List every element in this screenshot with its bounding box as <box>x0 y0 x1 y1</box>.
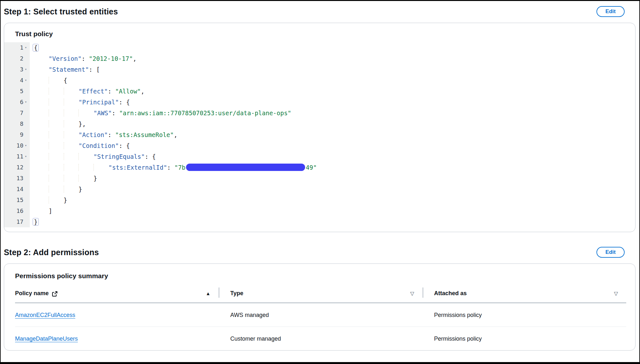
indent-guide <box>78 109 93 117</box>
code-line: 15 } <box>4 195 635 206</box>
code-line-text: "Condition": { <box>30 140 130 151</box>
indent-guide <box>64 120 79 127</box>
json-string: "7b <box>174 164 185 171</box>
step1-title: Step 1: Select trusted entities <box>4 7 118 16</box>
column-label-attached-as: Attached as <box>434 290 467 297</box>
line-number: 11 <box>16 151 23 162</box>
line-gutter: 16 <box>4 206 30 216</box>
trust-policy-editor[interactable]: 1▾{2 "Version": "2012-10-17",3▾ "Stateme… <box>4 42 635 232</box>
json-punctuation: , <box>174 131 177 138</box>
json-key: "Principal" <box>78 99 119 106</box>
indent-guide <box>64 153 79 160</box>
indent-guide <box>93 164 109 171</box>
indent-guide <box>49 131 64 138</box>
fold-arrow-icon[interactable]: ▾ <box>23 151 28 162</box>
policy-type-cell: AWS managed <box>219 303 422 327</box>
step1-edit-button[interactable]: Edit <box>596 6 625 17</box>
fold-arrow-icon[interactable]: ▾ <box>23 64 28 75</box>
column-label-policy-name: Policy name <box>15 290 49 297</box>
indent-space <box>34 142 49 149</box>
line-gutter: 1▾ <box>4 42 30 53</box>
line-number: 6 <box>20 97 23 108</box>
fold-arrow-icon[interactable]: ▾ <box>23 42 28 53</box>
sort-ascending-icon: ▲ <box>206 291 210 296</box>
fold-arrow-icon[interactable]: ▾ <box>23 97 28 108</box>
code-line-text: "Statement": [ <box>30 64 100 75</box>
attached-as-cell: Permissions policy <box>423 327 626 351</box>
line-gutter: 15 <box>4 195 30 206</box>
indent-guide <box>49 88 64 95</box>
indent-space <box>34 55 49 62</box>
external-link-icon <box>52 291 58 297</box>
indent-guide <box>64 164 79 171</box>
json-punctuation: : { <box>145 153 156 160</box>
step1-header-row: Step 1: Select trusted entities Edit <box>4 6 636 17</box>
permissions-summary-card: Permissions policy summary Policy name▲T… <box>4 263 636 351</box>
indent-guide <box>78 164 93 171</box>
indent-guide <box>49 164 64 171</box>
json-punctuation: } <box>93 175 97 182</box>
line-number: 15 <box>16 195 23 206</box>
indent-space <box>34 186 49 193</box>
line-number: 12 <box>16 162 23 173</box>
indent-space <box>34 164 49 171</box>
permissions-policy-table: Policy name▲Type▽Attached as▽ AmazonEC2F… <box>15 286 626 350</box>
code-line: 4▾ { <box>4 75 635 86</box>
indent-guide <box>64 142 79 149</box>
json-key: "StringEquals" <box>93 153 145 160</box>
indent-guide <box>49 197 64 204</box>
step2-edit-button[interactable]: Edit <box>596 247 625 258</box>
step2-title: Step 2: Add permissions <box>4 248 99 257</box>
json-punctuation: : <box>167 164 174 171</box>
line-number: 3 <box>20 64 23 75</box>
policy-name-link[interactable]: ManageDataPlaneUsers <box>15 336 78 342</box>
redaction-bar <box>186 164 305 171</box>
indent-guide <box>49 153 64 160</box>
json-punctuation: { <box>33 44 39 52</box>
code-line: 8 }, <box>4 118 635 129</box>
indent-space <box>34 120 49 127</box>
line-number: 5 <box>20 86 23 97</box>
code-line: 5 "Effect": "Allow", <box>4 86 635 97</box>
trust-policy-card-title: Trust policy <box>4 23 635 42</box>
code-line-text: { <box>30 42 39 53</box>
fold-arrow-icon[interactable]: ▾ <box>23 75 28 86</box>
line-gutter: 17 <box>4 216 30 227</box>
line-number: 7 <box>20 108 23 118</box>
json-key: "Condition" <box>78 142 119 149</box>
indent-guide <box>64 109 79 117</box>
code-line: 9 "Action": "sts:AssumeRole", <box>4 129 635 140</box>
code-line-text: ] <box>30 206 52 216</box>
policy-name-link[interactable]: AmazonEC2FullAccess <box>15 312 75 318</box>
line-number: 1 <box>20 42 23 53</box>
indent-guide <box>64 99 79 106</box>
attached-as-cell: Permissions policy <box>423 303 626 327</box>
code-line: 2 "Version": "2012-10-17", <box>4 53 635 64</box>
column-header-policy-name[interactable]: Policy name▲ <box>15 286 219 303</box>
indent-guide <box>49 99 64 106</box>
line-number: 14 <box>16 184 23 195</box>
line-gutter: 7 <box>4 108 30 118</box>
code-line-text: } <box>30 184 82 195</box>
indent-guide <box>64 88 79 95</box>
json-key: "Action" <box>78 131 108 138</box>
fold-arrow-icon[interactable]: ▾ <box>23 140 28 151</box>
line-number: 4 <box>20 75 23 86</box>
code-line: 1▾{ <box>4 42 635 53</box>
json-key: "sts:ExternalId" <box>109 164 167 171</box>
permissions-card-title: Permissions policy summary <box>4 264 635 286</box>
line-gutter: 3▾ <box>4 64 30 75</box>
indent-guide <box>49 109 64 117</box>
json-punctuation: } <box>33 218 39 226</box>
column-header-attached-as[interactable]: Attached as▽ <box>423 286 626 303</box>
code-line-text: { <box>30 75 67 86</box>
indent-guide <box>49 175 64 182</box>
json-punctuation: { <box>64 77 67 84</box>
indent-space <box>34 131 49 138</box>
column-header-type[interactable]: Type▽ <box>219 286 422 303</box>
json-punctuation: } <box>78 186 82 193</box>
indent-guide <box>49 77 64 84</box>
indent-space <box>34 153 49 160</box>
indent-guide <box>49 186 64 193</box>
json-punctuation: : <box>108 88 115 95</box>
